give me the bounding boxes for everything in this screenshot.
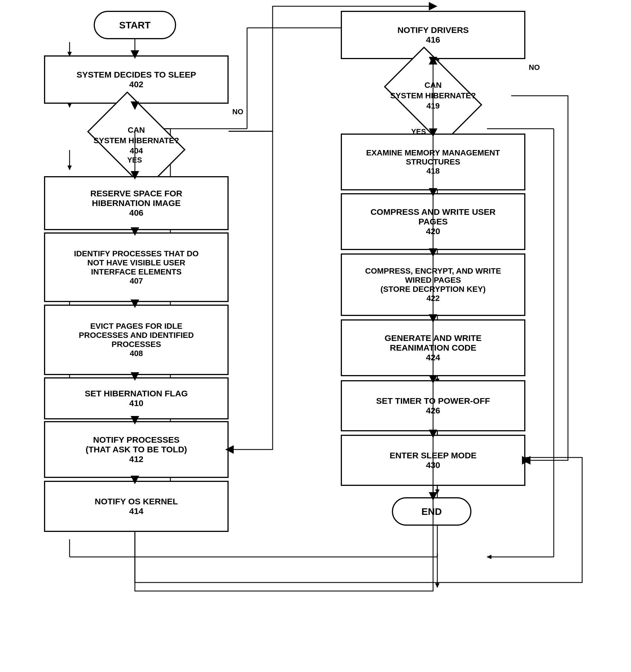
node-424-label: GENERATE AND WRITE REANIMATION CODE 424 [384, 333, 482, 362]
node-416-label: NOTIFY DRIVERS 416 [397, 25, 469, 45]
node-418: EXAMINE MEMORY MANAGEMENT STRUCTURES 418 [341, 134, 525, 190]
node-408-label: EVICT PAGES FOR IDLE PROCESSES AND IDENT… [79, 322, 194, 358]
node-412: NOTIFY PROCESSES (THAT ASK TO BE TOLD) 4… [44, 421, 229, 478]
node-430-label: ENTER SLEEP MODE 430 [389, 451, 477, 470]
no-label-404: NO [232, 107, 243, 116]
node-430: ENTER SLEEP MODE 430 [341, 435, 525, 486]
node-414-label: NOTIFY OS KERNEL 414 [95, 497, 178, 516]
node-418-label: EXAMINE MEMORY MANAGEMENT STRUCTURES 418 [366, 148, 500, 175]
node-406-label: RESERVE SPACE FOR HIBERNATION IMAGE 406 [90, 189, 182, 218]
yes-label-404: YES [127, 156, 142, 165]
node-422: COMPRESS, ENCRYPT, AND WRITE WIRED PAGES… [341, 254, 525, 316]
start-node: START [94, 11, 176, 39]
node-408: EVICT PAGES FOR IDLE PROCESSES AND IDENT… [44, 305, 229, 375]
end-label: END [422, 506, 442, 517]
diamond-404-label: CANSYSTEM HIBERNATE?404 [94, 125, 179, 156]
svg-marker-45 [435, 489, 439, 494]
no-label-419: NO [529, 63, 540, 72]
node-420: COMPRESS AND WRITE USER PAGES 420 [341, 193, 525, 250]
diamond-419: CANSYSTEM HIBERNATE?419 [341, 60, 525, 131]
node-402-label: SYSTEM DECIDES TO SLEEP 402 [76, 70, 196, 89]
end-node: END [392, 497, 472, 526]
yes-label-419: YES [411, 127, 426, 136]
node-422-label: COMPRESS, ENCRYPT, AND WRITE WIRED PAGES… [365, 266, 501, 303]
node-410-label: SET HIBERNATION FLAG 410 [85, 389, 188, 408]
node-426: SET TIMER TO POWER-OFF 426 [341, 380, 525, 431]
node-426-label: SET TIMER TO POWER-OFF 426 [376, 396, 490, 415]
node-416: NOTIFY DRIVERS 416 [341, 11, 525, 59]
svg-marker-47 [435, 583, 439, 587]
node-420-label: COMPRESS AND WRITE USER PAGES 420 [371, 207, 496, 236]
node-410: SET HIBERNATION FLAG 410 [44, 377, 229, 419]
node-412-label: NOTIFY PROCESSES (THAT ASK TO BE TOLD) 4… [85, 435, 187, 464]
svg-marker-35 [487, 555, 491, 559]
node-414: NOTIFY OS KERNEL 414 [44, 481, 229, 532]
node-406: RESERVE SPACE FOR HIBERNATION IMAGE 406 [44, 176, 229, 230]
diamond-404: CANSYSTEM HIBERNATE?404 [44, 105, 229, 176]
node-402: SYSTEM DECIDES TO SLEEP 402 [44, 55, 229, 104]
node-407: IDENTIFY PROCESSES THAT DO NOT HAVE VISI… [44, 233, 229, 302]
node-424: GENERATE AND WRITE REANIMATION CODE 424 [341, 319, 525, 376]
node-407-label: IDENTIFY PROCESSES THAT DO NOT HAVE VISI… [74, 249, 199, 286]
flowchart-diagram: START SYSTEM DECIDES TO SLEEP 402 CANSYS… [0, 0, 631, 672]
diamond-419-label: CANSYSTEM HIBERNATE?419 [390, 80, 476, 111]
start-label: START [119, 20, 151, 31]
